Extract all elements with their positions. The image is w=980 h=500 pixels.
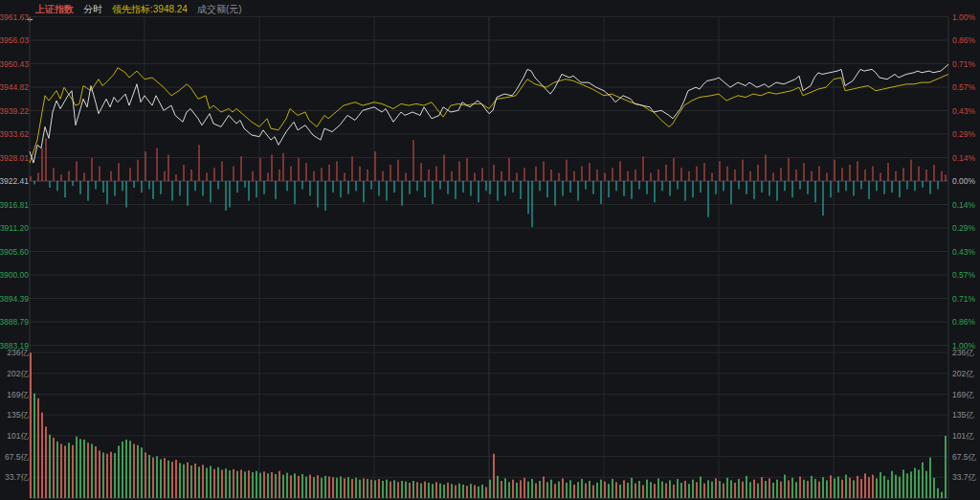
- volume-axis-labels-left: 236亿202亿169亿135亿101亿67.5亿33.7亿: [5, 348, 30, 482]
- axis-label: 135亿: [7, 410, 29, 420]
- axis-label: 67.5亿: [952, 452, 977, 462]
- volume-axis-labels-right: 236亿202亿169亿135亿101亿67.5亿33.7亿: [952, 348, 977, 482]
- axis-label: 3961.63: [0, 12, 29, 22]
- axis-label: 3956.03: [0, 35, 29, 45]
- axis-label: 3944.82: [0, 82, 29, 92]
- axis-label: 3916.81: [0, 200, 29, 210]
- axis-label: 236亿: [7, 348, 29, 357]
- axis-label: 3900.00: [0, 270, 29, 280]
- axis-label: 0.57%: [952, 270, 976, 280]
- trading-app-window: 上证指数 分时 领先指标:3948.24 成交额(元) + 3961.63395…: [0, 0, 980, 500]
- axis-label: 202亿: [7, 369, 29, 378]
- oscillator-bars: [30, 138, 946, 227]
- axis-label: 0.86%: [952, 317, 976, 327]
- axis-label: 135亿: [952, 410, 974, 420]
- intraday-chart[interactable]: 3961.633956.033950.433944.823939.223933.…: [0, 0, 980, 500]
- pct-axis-labels-right: 1.00%0.86%0.71%0.57%0.43%0.29%0.14%0.00%…: [952, 12, 976, 351]
- axis-label: 3922.41: [0, 176, 29, 186]
- axis-label: 3939.22: [0, 106, 29, 116]
- volume-bars: [30, 352, 947, 498]
- axis-label: 33.7亿: [5, 472, 30, 482]
- axis-label: 3894.39: [0, 294, 29, 304]
- axis-label: 236亿: [952, 348, 974, 357]
- price-axis-labels-left: 3961.633956.033950.433944.823939.223933.…: [0, 12, 29, 351]
- axis-label: 3928.01: [0, 153, 29, 163]
- axis-label: 3933.62: [0, 129, 29, 139]
- chart-grid: [30, 17, 948, 499]
- axis-label: 0.86%: [952, 35, 976, 45]
- axis-label: 0.57%: [952, 82, 976, 92]
- axis-label: 3905.60: [0, 247, 29, 257]
- axis-label: 169亿: [952, 390, 974, 399]
- axis-label: 169亿: [7, 390, 29, 399]
- axis-label: 0.14%: [952, 153, 976, 163]
- axis-label: 0.00%: [952, 176, 976, 186]
- axis-label: 0.29%: [952, 223, 976, 233]
- axis-label: 3888.79: [0, 317, 29, 327]
- axis-label: 1.00%: [952, 12, 976, 22]
- axis-label: 33.7亿: [952, 472, 977, 482]
- axis-label: 0.14%: [952, 200, 976, 210]
- axis-label: 0.43%: [952, 106, 976, 116]
- axis-label: 0.43%: [952, 247, 976, 257]
- axis-label: 3911.20: [0, 223, 29, 233]
- axis-label: 202亿: [952, 369, 974, 378]
- axis-label: 101亿: [952, 431, 974, 441]
- axis-label: 0.71%: [952, 59, 976, 69]
- axis-label: 3950.43: [0, 59, 29, 69]
- axis-label: 0.71%: [952, 294, 976, 304]
- axis-label: 0.29%: [952, 129, 976, 139]
- axis-label: 67.5亿: [5, 452, 30, 462]
- axis-label: 101亿: [7, 431, 29, 441]
